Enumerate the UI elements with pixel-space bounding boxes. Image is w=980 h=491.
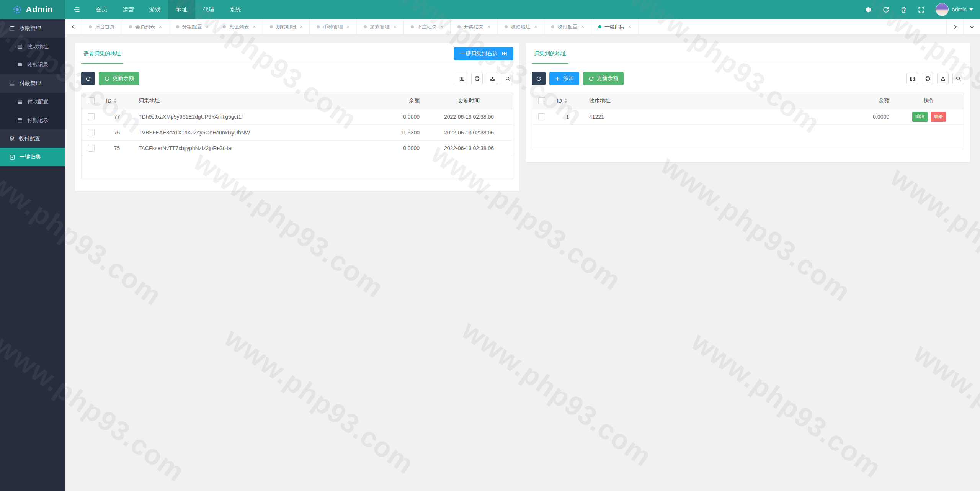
close-icon[interactable]: × bbox=[441, 24, 444, 29]
list-icon bbox=[17, 62, 23, 68]
search-button[interactable] bbox=[952, 73, 964, 84]
close-icon[interactable]: × bbox=[159, 24, 162, 29]
filter-columns-button[interactable] bbox=[906, 73, 918, 84]
export-button[interactable] bbox=[937, 73, 949, 84]
reload-table-button[interactable] bbox=[81, 72, 95, 85]
fullscreen-button[interactable] bbox=[913, 0, 930, 19]
tabs-scroll-right-button[interactable] bbox=[946, 19, 963, 34]
nav-item-operations[interactable]: 运营 bbox=[115, 0, 142, 19]
column-header-id: ID bbox=[557, 98, 562, 104]
tab-one-click-collect[interactable]: 一键归集× bbox=[591, 19, 639, 34]
sidebar-item-collection-mgmt[interactable]: 收款管理 bbox=[0, 19, 65, 38]
tab-label: 开奖结果 bbox=[464, 23, 483, 30]
close-icon[interactable]: × bbox=[581, 24, 584, 29]
row-checkbox[interactable] bbox=[538, 113, 545, 120]
user-avatar[interactable] bbox=[936, 3, 949, 16]
refresh-page-button[interactable] bbox=[877, 0, 895, 19]
tab-payin-payout-config[interactable]: 收付配置× bbox=[544, 19, 591, 34]
nav-item-address[interactable]: 地址 bbox=[168, 0, 195, 19]
panel-title-tab[interactable]: 归集到的地址 bbox=[532, 43, 568, 64]
select-all-checkbox[interactable] bbox=[538, 97, 545, 104]
cell-balance: 11.5300 bbox=[360, 124, 425, 140]
tab-home[interactable]: 后台首页 bbox=[82, 19, 122, 34]
filter-columns-button[interactable] bbox=[456, 73, 467, 84]
clear-trash-button[interactable] bbox=[895, 0, 913, 19]
refresh-icon bbox=[85, 76, 91, 82]
close-icon[interactable]: × bbox=[534, 24, 537, 29]
tab-label: 收款地址 bbox=[511, 23, 531, 30]
sidebar-item-collection-records[interactable]: 收款记录 bbox=[0, 56, 65, 74]
menu-toggle-button[interactable] bbox=[65, 0, 88, 19]
close-icon[interactable]: × bbox=[206, 24, 209, 29]
panel-title: 需要归集的地址 bbox=[83, 50, 121, 57]
tab-member-list[interactable]: 会员列表× bbox=[122, 19, 169, 34]
nav-item-members[interactable]: 会员 bbox=[88, 0, 115, 19]
sort-icon[interactable] bbox=[114, 98, 117, 103]
sidebar-item-collection-address[interactable]: 收款地址 bbox=[0, 38, 65, 56]
plus-icon bbox=[555, 76, 560, 82]
tab-dot bbox=[598, 25, 601, 28]
tab-dot bbox=[457, 25, 461, 28]
calendar-plus-icon bbox=[9, 154, 15, 160]
tab-bet-records[interactable]: 下注记录× bbox=[404, 19, 451, 34]
panel-title-tab[interactable]: 需要归集的地址 bbox=[81, 43, 123, 64]
row-checkbox[interactable] bbox=[88, 113, 95, 120]
username-label: admin bbox=[952, 7, 967, 13]
panel-header: 需要归集的地址 一键归集到右边 bbox=[75, 43, 519, 64]
tab-coin-mgmt[interactable]: 币种管理× bbox=[310, 19, 357, 34]
close-icon[interactable]: × bbox=[487, 24, 490, 29]
sidebar-item-payment-config[interactable]: 付款配置 bbox=[0, 93, 65, 111]
edit-button[interactable]: 编辑 bbox=[912, 112, 928, 122]
tab-lottery-results[interactable]: 开奖结果× bbox=[451, 19, 498, 34]
columns-icon bbox=[459, 76, 465, 82]
add-address-button[interactable]: 添加 bbox=[549, 72, 579, 85]
print-button[interactable] bbox=[471, 73, 483, 84]
sidebar-item-payment-mgmt[interactable]: 付款管理 bbox=[0, 74, 65, 93]
tab-label: 分组配置 bbox=[182, 23, 202, 30]
table-toolbar: 更新余额 bbox=[81, 72, 513, 85]
update-balance-button[interactable]: 更新余额 bbox=[99, 72, 139, 85]
row-checkbox[interactable] bbox=[88, 129, 95, 136]
sidebar-item-payment-records[interactable]: 付款记录 bbox=[0, 111, 65, 129]
update-balance-button[interactable]: 更新余额 bbox=[583, 72, 624, 85]
select-all-checkbox[interactable] bbox=[88, 97, 95, 104]
close-icon[interactable]: × bbox=[346, 24, 350, 29]
collect-to-right-label: 一键归集到右边 bbox=[460, 50, 498, 57]
tab-collection-address[interactable]: 收款地址× bbox=[498, 19, 545, 34]
tabs-scroll-left-button[interactable] bbox=[65, 19, 82, 34]
sidebar-item-payin-payout-config[interactable]: ⚙ 收付配置 bbox=[0, 129, 65, 148]
list-icon bbox=[9, 80, 15, 87]
close-icon[interactable]: × bbox=[394, 24, 397, 29]
cell-address: TACFkserNvTT7xbjjyphNzfz2jpRe3tHar bbox=[133, 140, 360, 156]
column-header-id: ID bbox=[106, 98, 111, 104]
row-checkbox[interactable] bbox=[88, 145, 95, 152]
panel-addresses-to-collect: 需要归集的地址 一键归集到右边 更新余额 bbox=[75, 43, 519, 191]
export-icon bbox=[940, 76, 946, 82]
chevron-left-icon bbox=[71, 24, 76, 29]
tab-game-mgmt[interactable]: 游戏管理× bbox=[357, 19, 404, 34]
user-dropdown[interactable]: admin bbox=[952, 7, 973, 13]
export-button[interactable] bbox=[487, 73, 498, 84]
search-button[interactable] bbox=[502, 73, 513, 84]
collect-to-right-button[interactable]: 一键归集到右边 bbox=[454, 47, 513, 60]
close-icon[interactable]: × bbox=[300, 24, 303, 29]
tabs-menu-button[interactable] bbox=[963, 19, 980, 34]
reload-table-button[interactable] bbox=[532, 72, 546, 85]
close-icon[interactable]: × bbox=[253, 24, 256, 29]
tab-deposit-list[interactable]: 充值列表× bbox=[216, 19, 263, 34]
nav-item-system[interactable]: 系统 bbox=[222, 0, 249, 19]
tab-dot bbox=[364, 25, 367, 28]
tab-transfer-details[interactable]: 划转明细× bbox=[263, 19, 310, 34]
sidebar-item-one-click-collect[interactable]: 一键归集 bbox=[0, 148, 65, 166]
clear-cache-button[interactable] bbox=[860, 0, 877, 19]
tab-dot bbox=[223, 25, 226, 28]
close-icon[interactable]: × bbox=[628, 24, 631, 29]
sort-icon[interactable] bbox=[564, 98, 567, 103]
tab-group-config[interactable]: 分组配置× bbox=[169, 19, 216, 34]
print-button[interactable] bbox=[922, 73, 933, 84]
tab-label: 收付配置 bbox=[557, 23, 577, 30]
cell-id: 76 bbox=[101, 124, 133, 140]
nav-item-games[interactable]: 游戏 bbox=[142, 0, 168, 19]
nav-item-agents[interactable]: 代理 bbox=[195, 0, 222, 19]
delete-button[interactable]: 删除 bbox=[931, 112, 946, 122]
